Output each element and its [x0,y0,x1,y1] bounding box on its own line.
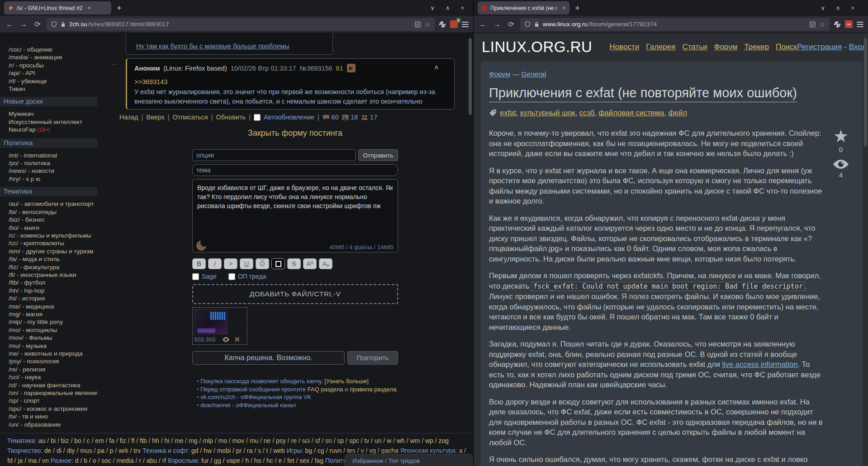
nav-форум[interactable]: Форум [714,43,737,52]
site-logo[interactable]: LINUX.ORG.RU [482,38,592,56]
format-sub-button[interactable]: Aₐ [319,258,332,269]
sidebar-board-link[interactable]: /mlp/ - my little pony [0,318,97,326]
back-button[interactable]: ← [478,20,488,29]
tag-link[interactable]: ссзб [579,109,594,117]
tab-lor-topic[interactable]: Приключения с exfat (не п × [478,1,569,14]
sidebar-board-link[interactable]: /psy/ - психология [0,357,97,365]
sidebar-board-link[interactable]: /mu/ - музыка [0,342,97,350]
format-bold-button[interactable]: B [192,258,206,269]
sidebar-board-link[interactable]: Мужикач [0,110,97,118]
menu-hamburger-icon[interactable] [462,22,469,27]
menu-hamburger-icon[interactable] [857,22,863,27]
message-textarea[interactable]: Вроде избавился от ШГ, даже в браузере, … [192,179,398,252]
star-icon[interactable]: ★ [831,128,851,144]
expand-post-icon[interactable]: ▶ [347,64,356,72]
sidebar-board-link[interactable]: /news/ - новости [0,167,97,175]
quote-link[interactable]: >>3693143 [134,78,447,86]
link-segment[interactable]: Японская культура: [400,447,459,454]
nav-трекер[interactable]: Трекер [744,43,769,52]
link-segment[interactable]: bg / cg / ruvn / tes / v / vg / gacha [305,447,400,454]
maximize-icon[interactable]: ∧ [446,5,450,11]
preview-eye-icon[interactable] [222,337,230,342]
extensions-puzzle-icon[interactable] [439,21,446,28]
close-window-icon[interactable]: × [460,5,464,11]
reader-view-icon[interactable] [415,21,421,28]
url-bar[interactable]: www.linux.org.ru /forum/general/17782374… [520,18,830,31]
forward-button[interactable]: → [19,20,28,29]
sidebar-board-link[interactable]: /int/ - international [0,152,97,159]
sidebar-board-link[interactable]: /sn/ - паранормальные явления [0,389,97,397]
breadcrumb-section[interactable]: General [521,70,546,78]
sidebar-board-link[interactable]: /mov/ - Фильмы [0,334,97,342]
link-segment[interactable]: Разное: [51,457,75,464]
link-segment[interactable]: Техника и софт: [142,447,191,454]
tag-link[interactable]: exfat [500,109,516,117]
sidebar-board-link[interactable]: /bi/ - велосипеды [0,208,97,216]
unsubscribe-link[interactable]: Отписаться [173,114,208,121]
link-segment[interactable]: fur / gg / vape / h / ho / hc / e / fet … [201,457,325,464]
sidebar-board-link[interactable]: /biz/ - бизнес [0,216,97,223]
sidebar-board-link[interactable]: /au/ - автомобили и транспорт [0,200,97,208]
scrollbar-thumb[interactable] [469,38,472,115]
back-button[interactable]: ← [5,20,14,29]
link-segment[interactable]: vk.com/ru2ch [200,394,235,400]
sidebar-board-link[interactable]: /fa/ - мода и стиль [0,255,97,263]
sidebar-board-link[interactable]: /media/ - анимация [0,53,97,61]
sage-label[interactable]: Sage [202,273,217,280]
nav-статьи[interactable]: Статьи [682,43,707,52]
bookmark-star-icon[interactable]: ☆ [424,21,430,28]
link-segment[interactable]: - оФФициальная группа VK [235,394,311,400]
link-segment[interactable]: au / bi / biz / bo / c / em / fa / fiz /… [38,437,449,444]
format-strike-button[interactable]: S [287,258,301,269]
minimize-icon[interactable]: ∨ [821,5,825,11]
sidebar-board-link[interactable]: /sp/ - спорт [0,397,97,404]
sidebar-board-link[interactable]: /api/ - API [0,69,97,77]
collapse-post-icon[interactable]: ∧ [434,63,439,71]
sidebar-board-link[interactable]: NeuroFap (18+) [0,126,97,134]
link-segment[interactable]: [Узнать больше] [324,378,369,385]
sidebar-board-link[interactable]: /rf/ - убежище [0,77,97,85]
nav-новости[interactable]: Новости [609,43,639,52]
reload-button[interactable]: ⟳ [506,20,516,29]
reload-button[interactable]: ⟳ [33,20,43,29]
close-posting-form-link[interactable]: Закрыть форму постинга [192,128,398,138]
sidebar-board-link[interactable]: /em/ - другие страны и туризм [0,247,97,255]
ublock-icon[interactable]: 5 [450,20,458,28]
bookmark-star-icon[interactable]: ☆ [819,21,825,28]
format-overline-button[interactable]: O [256,258,269,269]
op-label[interactable]: ОП треда [238,273,266,280]
sidebar-board-link[interactable]: /fiz/ - физкультура [0,263,97,271]
sidebar-board-link[interactable]: /mg/ - магия [0,310,97,318]
sidebar-board-link[interactable]: /hry/ - х р ю [0,175,97,183]
up-link[interactable]: Вверх [146,114,164,121]
shield-icon[interactable] [525,21,531,28]
autoupdate-checkbox[interactable] [254,114,261,121]
sage-checkbox[interactable] [192,273,199,280]
tag-link[interactable]: файловая система [598,109,664,117]
tab-close-icon[interactable]: × [562,5,565,11]
extensions-puzzle-icon[interactable] [834,21,841,28]
sidebar-board-link[interactable]: /cc/ - криптовалюты [0,239,97,247]
link-segment[interactable]: Игры: [287,447,305,454]
file-thumbnail[interactable] [194,309,228,334]
reply-link-text[interactable]: Ну там как будто бы с маковые больше про… [136,43,289,50]
submit-button[interactable]: Отправить [358,149,398,161]
link-segment[interactable]: fd / ja / ma / vn [7,457,51,464]
format-italic-button[interactable]: I [208,258,222,269]
link-segment[interactable]: gd / hw / mobi / pr / ra / s / t / web [191,447,287,454]
new-tab-button[interactable]: + [117,3,122,13]
sidebar-board-link[interactable]: Тивач [0,85,97,93]
sidebar-board-link[interactable]: /ftb/ - футбол [0,279,97,286]
link-segment[interactable]: Взрослым: [168,457,201,464]
minimize-icon[interactable]: ∨ [430,5,435,11]
shield-icon[interactable] [51,21,57,28]
sidebar-board-link[interactable]: /hi/ - история [0,295,97,302]
breadcrumb-forum[interactable]: Форум [489,70,510,78]
sidebar-board-link[interactable]: /c/ - комиксы и мультфильмы [0,232,97,239]
favorites-popup[interactable]: Избранное / Топ тредов [345,454,473,466]
link-segment[interactable]: d / b / o / soc / media / r / abu / rf [75,457,168,464]
sidebar-board-link[interactable]: /sf/ - научная фантастика [0,381,97,389]
sidebar-board-link[interactable]: /sci/ - наука [0,373,97,381]
link-segment[interactable]: . [396,386,398,393]
tab-close-icon[interactable]: × [88,5,91,11]
